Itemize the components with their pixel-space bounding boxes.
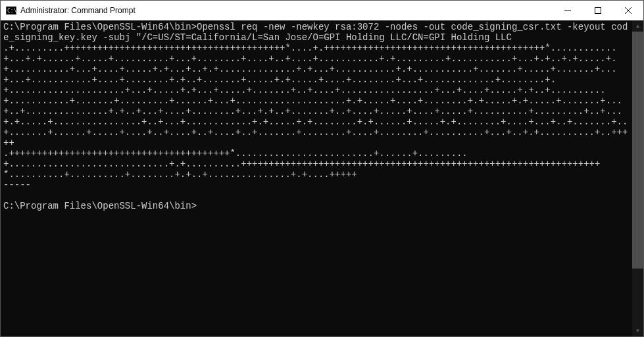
- prompt-path: C:\Program Files\OpenSSL-Win64\bin>: [3, 22, 197, 32]
- close-button[interactable]: [613, 1, 643, 20]
- prompt-path: C:\Program Files\OpenSSL-Win64\bin>: [3, 201, 197, 211]
- window-controls: [553, 1, 643, 20]
- svg-text:C:\: C:\: [7, 8, 16, 14]
- titlebar[interactable]: C:\ Administrator: Command Prompt: [1, 1, 643, 20]
- cmd-icon: C:\: [6, 5, 16, 16]
- scroll-down-button[interactable]: ▼: [632, 325, 643, 336]
- keygen-output: .+.........+++++++++++++++++++++++++++++…: [3, 43, 628, 190]
- client-area: C:\Program Files\OpenSSL-Win64\bin>Opens…: [1, 20, 643, 336]
- svg-rect-3: [595, 8, 601, 14]
- cursor: [197, 202, 202, 211]
- minimize-button[interactable]: [553, 1, 583, 20]
- vertical-scrollbar[interactable]: ▲ ▼: [632, 20, 643, 336]
- window-title: Administrator: Command Prompt: [20, 6, 553, 15]
- maximize-button[interactable]: [583, 1, 613, 20]
- scroll-up-button[interactable]: ▲: [632, 20, 643, 32]
- scroll-thumb[interactable]: [632, 32, 643, 269]
- terminal-output[interactable]: C:\Program Files\OpenSSL-Win64\bin>Opens…: [1, 20, 632, 336]
- window-frame: C:\ Administrator: Command Prompt C:\Pro…: [0, 0, 644, 337]
